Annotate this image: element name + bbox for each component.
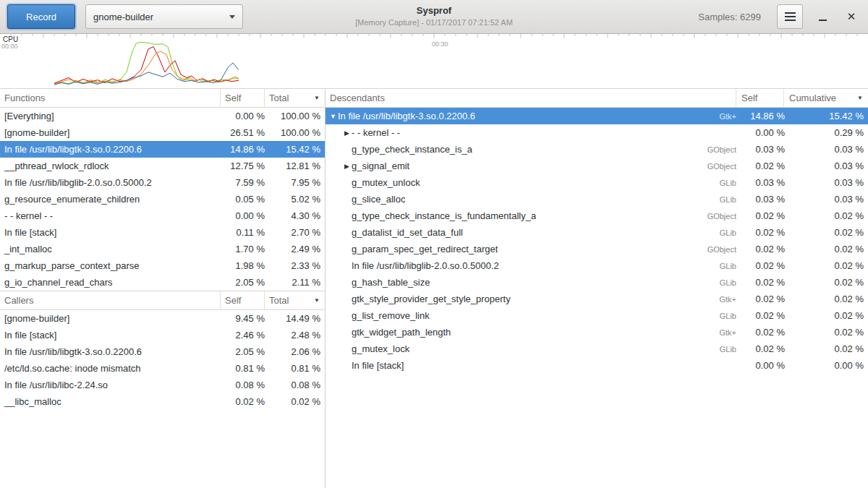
library-badge: GObject [707, 145, 743, 154]
callers-table: [gnome-builder]9.45 %14.49 %In file [sta… [0, 310, 325, 410]
self-header-label: Self [225, 93, 241, 103]
cumulative-percent: 0.02 % [790, 327, 868, 338]
cumulative-percent: 0.03 % [790, 194, 868, 205]
cumulative-column-header[interactable]: Cumulative▼ [783, 89, 868, 107]
function-name: g_type_check_instance_is_fundamentally_a [352, 210, 536, 221]
function-name: g_io_channel_read_chars [0, 277, 226, 288]
self-percent: 0.05 % [226, 194, 270, 205]
total-percent: 2.11 % [270, 277, 325, 288]
hamburger-icon [785, 16, 796, 17]
self-percent: 0.00 % [226, 111, 270, 121]
tree-row[interactable]: g_type_check_instance_is_fundamentally_a… [326, 207, 868, 224]
tree-row[interactable]: ▶- - kernel - -0.00 %0.29 % [326, 124, 868, 141]
total-percent: 2.48 % [270, 330, 325, 341]
total-column-header[interactable]: Total▼ [264, 291, 325, 309]
library-badge: GLib [720, 312, 743, 320]
tree-row[interactable]: g_param_spec_get_redirect_targetGObject0… [326, 241, 868, 257]
cpu-timeline[interactable]: CPU 00:00 00:30 [0, 34, 868, 89]
table-row[interactable]: g_io_channel_read_chars2.05 %2.11 % [0, 274, 325, 291]
table-row[interactable]: In file [stack]2.46 %2.48 % [0, 327, 325, 343]
library-badge: GLib [720, 228, 743, 237]
table-row[interactable]: In file /usr/lib/libgtk-3.so.0.2200.62.0… [0, 343, 325, 360]
library-badge: GLib [720, 262, 743, 270]
total-column-header[interactable]: Total▼ [264, 89, 325, 107]
descendants-table-header: Descendants Self Cumulative▼ [326, 89, 868, 108]
tree-row[interactable]: g_hash_table_sizeGLib0.02 %0.02 % [326, 274, 868, 291]
function-name: g_markup_parse_context_parse [0, 260, 226, 271]
self-percent: 0.03 % [743, 144, 790, 155]
descendants-column-header[interactable]: Descendants [326, 89, 736, 107]
total-percent: 0.08 % [270, 380, 325, 390]
minimize-button[interactable] [813, 7, 832, 26]
tree-row[interactable]: g_list_remove_linkGLib0.02 %0.02 % [326, 307, 868, 324]
table-row[interactable]: In file /usr/lib/libgtk-3.so.0.2200.614.… [0, 141, 325, 158]
cumulative-percent: 0.00 % [790, 360, 868, 371]
table-row[interactable]: [gnome-builder]26.51 %100.00 % [0, 124, 325, 141]
table-row[interactable]: In file /usr/lib/libglib-2.0.so.0.5000.2… [0, 174, 325, 191]
callers-header-label: Callers [4, 295, 33, 306]
tree-row[interactable]: ▶g_signal_emitGObject0.02 %0.03 % [326, 158, 868, 174]
table-row[interactable]: g_resource_enumerate_children0.05 %5.02 … [0, 191, 325, 207]
self-column-header[interactable]: Self [220, 291, 264, 309]
table-row[interactable]: /etc/ld.so.cache: inode mismatch0.81 %0.… [0, 360, 325, 377]
function-name: g_resource_enumerate_children [0, 194, 226, 205]
total-percent: 100.00 % [270, 111, 325, 121]
table-row[interactable]: - - kernel - -0.00 %4.30 % [0, 207, 325, 224]
self-percent: 0.03 % [743, 194, 790, 205]
left-pane: Functions Self Total▼ [Everything]0.00 %… [0, 89, 326, 488]
self-percent: 0.00 % [226, 210, 270, 221]
function-name: gtk_widget_path_length [352, 327, 451, 338]
function-name: g_mutex_unlock [352, 177, 420, 188]
tree-row[interactable]: g_type_check_instance_is_aGObject0.03 %0… [326, 141, 868, 158]
tree-row[interactable]: ▼In file /usr/lib/libgtk-3.so.0.2200.6Gt… [326, 108, 868, 124]
tree-row[interactable]: g_mutex_unlockGLib0.03 %0.03 % [326, 174, 868, 191]
tree-row[interactable]: g_slice_allocGLib0.03 %0.03 % [326, 191, 868, 207]
menu-button[interactable] [777, 4, 803, 29]
expander-right-icon[interactable]: ▶ [342, 163, 352, 170]
function-name: g_list_remove_link [352, 310, 430, 321]
close-button[interactable]: ✕ [842, 7, 861, 26]
sysprof-window: Record gnome-builder Sysprof [Memory Cap… [0, 0, 868, 488]
record-button[interactable]: Record [7, 4, 75, 29]
self-percent: 1.98 % [226, 260, 270, 271]
self-header-label: Self [741, 93, 757, 103]
total-percent: 0.81 % [270, 363, 325, 374]
self-column-header[interactable]: Self [736, 89, 783, 107]
library-badge: GObject [707, 245, 743, 254]
expander-right-icon[interactable]: ▶ [342, 129, 352, 137]
library-badge: Gtk+ [719, 112, 743, 121]
table-row[interactable]: In file [stack]0.11 %2.70 % [0, 224, 325, 241]
table-row[interactable]: _int_malloc1.70 %2.49 % [0, 241, 325, 257]
function-name: [gnome-builder] [0, 313, 226, 324]
tree-row[interactable]: gtk_widget_path_lengthGtk+0.02 %0.02 % [326, 324, 868, 341]
tree-row[interactable]: In file /usr/lib/libglib-2.0.so.0.5000.2… [326, 257, 868, 274]
tree-row[interactable]: In file [stack]0.00 %0.00 % [326, 357, 868, 374]
self-percent: 0.02 % [743, 210, 790, 221]
function-name: g_slice_alloc [352, 194, 405, 205]
function-name: _int_malloc [0, 244, 226, 254]
tree-row[interactable]: g_mutex_lockGLib0.02 %0.02 % [326, 341, 868, 357]
tree-row[interactable]: gtk_style_provider_get_style_propertyGtk… [326, 291, 868, 307]
table-row[interactable]: g_markup_parse_context_parse1.98 %2.33 % [0, 257, 325, 274]
expander-down-icon[interactable]: ▼ [328, 113, 338, 120]
table-row[interactable]: __pthread_rwlock_rdlock12.75 %12.81 % [0, 158, 325, 174]
self-percent: 0.02 % [743, 227, 790, 238]
function-name: __libc_malloc [0, 396, 226, 407]
callers-column-header[interactable]: Callers [0, 291, 220, 309]
table-row[interactable]: [Everything]0.00 %100.00 % [0, 108, 325, 124]
total-percent: 2.33 % [270, 260, 325, 271]
table-row[interactable]: In file /usr/lib/libc-2.24.so0.08 %0.08 … [0, 377, 325, 393]
library-badge: GLib [720, 195, 743, 204]
table-row[interactable]: [gnome-builder]9.45 %14.49 % [0, 310, 325, 327]
functions-column-header[interactable]: Functions [0, 89, 220, 107]
self-percent: 2.46 % [226, 330, 270, 341]
table-row[interactable]: __libc_malloc0.02 %0.02 % [0, 393, 325, 410]
headerbar: Record gnome-builder Sysprof [Memory Cap… [0, 0, 868, 34]
tree-row[interactable]: g_datalist_id_set_data_fullGLib0.02 %0.0… [326, 224, 868, 241]
self-column-header[interactable]: Self [220, 89, 264, 107]
process-selector-dropdown[interactable]: gnome-builder [85, 4, 243, 29]
process-selector-label: gnome-builder [93, 12, 153, 22]
function-name: In file /usr/lib/libglib-2.0.so.0.5000.2 [0, 177, 226, 188]
self-percent: 0.02 % [743, 260, 790, 271]
descendants-header-label: Descendants [330, 93, 385, 103]
